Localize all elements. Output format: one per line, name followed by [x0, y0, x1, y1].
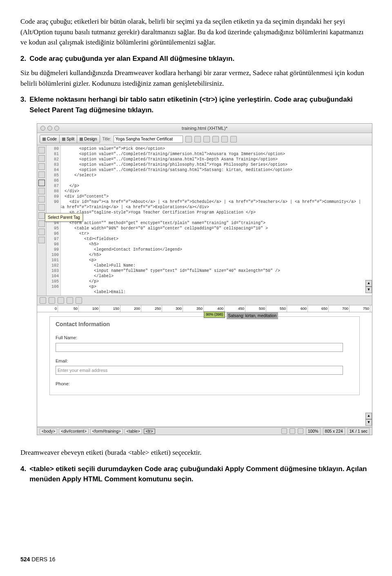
- step-4: 4. <table> etiketi seçili durumdayken Co…: [20, 464, 372, 485]
- toolbar-button-6[interactable]: [230, 136, 237, 142]
- minimize-icon[interactable]: [47, 126, 52, 131]
- tag-body[interactable]: <body>: [40, 429, 57, 434]
- highlight-invalid-button[interactable]: [38, 204, 45, 211]
- divider-button-4[interactable]: [67, 297, 73, 304]
- window-titlebar: training.html (XHTML)*: [37, 124, 372, 133]
- tag-form-training[interactable]: <form#training>: [90, 429, 123, 434]
- zoom-icon[interactable]: [54, 126, 59, 131]
- dreamweaver-screenshot: training.html (XHTML)* Code Split Design…: [37, 123, 372, 435]
- select-option-display: Satsang: kirtan, meditation: [227, 312, 278, 319]
- design-view[interactable]: 90% (398) Satsang: kirtan, meditation Co…: [37, 312, 372, 427]
- title-input[interactable]: [114, 136, 183, 143]
- tag-tr[interactable]: <tr>: [144, 429, 155, 434]
- recent-snippets-button[interactable]: [38, 237, 45, 243]
- refresh-button[interactable]: [212, 136, 219, 142]
- split-divider-bar: [37, 296, 372, 305]
- design-scroll-up-icon[interactable]: ▲: [365, 413, 372, 419]
- tag-div-content[interactable]: <div#content>: [59, 429, 89, 434]
- line-numbers-button[interactable]: [38, 196, 45, 202]
- email-input[interactable]: [56, 366, 343, 375]
- design-icon: [80, 138, 83, 141]
- toolbar-button-3[interactable]: [203, 136, 210, 142]
- zoom-level[interactable]: 100%: [306, 428, 321, 435]
- title-label: Title:: [102, 136, 111, 142]
- collapse-full-tag-button[interactable]: [38, 155, 45, 162]
- hand-tool-icon[interactable]: [290, 428, 295, 434]
- toolbar-button-1[interactable]: [185, 136, 192, 142]
- step-3-number: 3.: [20, 94, 26, 115]
- step-4-text: <table> etiketi seçili durumdayken Code …: [29, 464, 372, 485]
- step-2: 2. Code araç çubuğunda yer alan Expand A…: [20, 53, 372, 64]
- design-view-button[interactable]: Design: [77, 135, 99, 143]
- fullname-label: Full Name:: [56, 334, 354, 341]
- table-width-indicator: 90% (398): [204, 311, 225, 318]
- toolbar-button-2[interactable]: [194, 136, 201, 142]
- scroll-down-icon[interactable]: ▼: [365, 287, 372, 293]
- divider-button-1[interactable]: [40, 297, 46, 304]
- split-view-button[interactable]: Split: [60, 135, 77, 143]
- syntax-coloring-button[interactable]: [38, 212, 45, 219]
- document-toolbar: Code Split Design Title:: [37, 133, 372, 145]
- step-3-text: Ekleme noktasını herhangi bir tablo satı…: [29, 94, 372, 115]
- step-3: 3. Ekleme noktasını herhangi bir tablo s…: [20, 94, 372, 115]
- close-icon[interactable]: [40, 126, 45, 131]
- select-parent-tag-button[interactable]: [38, 180, 45, 186]
- explanation-paragraph: Siz bu düğmeleri kullandığınızda Dreamwe…: [20, 68, 372, 89]
- code-icon: [42, 138, 46, 141]
- toolbar-button-5[interactable]: [221, 136, 228, 142]
- wrap-tag-button[interactable]: [38, 229, 45, 235]
- window-controls[interactable]: [40, 126, 59, 131]
- zoom-tool-icon[interactable]: [298, 428, 303, 434]
- balance-braces-button[interactable]: [38, 188, 45, 194]
- tag-selector[interactable]: <body> <div#content> <form#training> <ta…: [40, 428, 156, 434]
- code-view[interactable]: 80 81 82 83 84 85 86 87 88 89 90 93 94 9…: [47, 145, 372, 296]
- fullname-input[interactable]: [56, 343, 343, 352]
- design-scroll-down-icon[interactable]: ▼: [365, 419, 372, 426]
- result-paragraph: Dreamweaver ebeveyn etiketi (burada <tab…: [20, 447, 372, 458]
- window-size[interactable]: 805 x 224: [323, 428, 345, 435]
- email-label: Email:: [56, 358, 354, 365]
- status-bar: <body> <div#content> <form#training> <ta…: [37, 427, 372, 435]
- expand-all-button[interactable]: [38, 171, 45, 178]
- intro-paragraph: Code araç çubuğu; etiketleri bir bütün o…: [20, 16, 372, 48]
- phone-label: Phone:: [56, 380, 354, 387]
- window-title: training.html (XHTML)*: [182, 125, 227, 132]
- code-content[interactable]: <option value="#">Pick One</option> <opt…: [60, 145, 372, 296]
- scroll-up-icon[interactable]: ▲: [365, 280, 372, 287]
- step-2-number: 2.: [20, 53, 26, 64]
- collapse-selection-button[interactable]: [38, 163, 45, 170]
- divider-button-3[interactable]: [58, 297, 64, 304]
- open-documents-button[interactable]: [38, 147, 45, 153]
- select-parent-tag-tooltip: Select Parent Tag: [45, 213, 83, 222]
- divider-button-2[interactable]: [49, 297, 55, 304]
- tag-table[interactable]: <table>: [125, 429, 142, 434]
- pointer-tool-icon[interactable]: [281, 428, 287, 434]
- view-switcher[interactable]: Code Split Design: [40, 135, 100, 143]
- step-4-number: 4.: [20, 464, 26, 485]
- step-2-text: Code araç çubuğunda yer alan Expand All …: [29, 53, 372, 64]
- contact-fieldset: Contact Information Full Name: Email: Ph…: [49, 316, 360, 395]
- apply-comment-button[interactable]: [38, 220, 45, 227]
- divider-button-5[interactable]: [76, 297, 82, 304]
- split-icon: [62, 138, 65, 141]
- document-size: 1K / 1 sec: [347, 428, 370, 435]
- code-view-button[interactable]: Code: [40, 135, 60, 143]
- fieldset-legend: Contact Information: [56, 320, 354, 329]
